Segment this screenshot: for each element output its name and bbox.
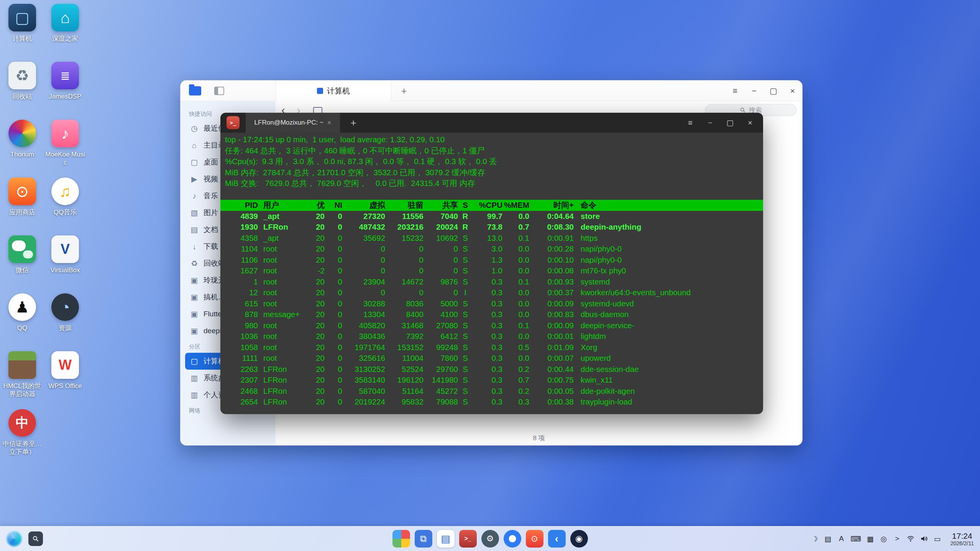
dock-item-vscode[interactable]: ‹ [548,530,566,548]
dock-item-multitask[interactable]: ⧉ [415,530,432,548]
dock-item-terminal[interactable]: >_ [459,530,477,548]
minimize-icon[interactable]: − [700,113,720,133]
tray-wifi-icon[interactable] [906,535,915,542]
desktop-icon-computer[interactable]: ▢计算机 [2,4,43,62]
top-summary: top - 17:24:15 up 0 min, 1 user, load av… [225,134,758,189]
tray-dnd-icon[interactable]: ☽ [810,535,819,543]
desktop-icon-label: 计算机 [13,35,32,43]
desktop-icon-citic[interactable]: 中中信证券至…立下单） [2,409,43,467]
system-tray: ☽▤A⌨▦◎>▭ [810,535,941,543]
deepin-home-icon: ⌂ [51,4,79,31]
moekoe-icon: ♪ [51,120,79,147]
new-tab-button[interactable]: + [397,84,410,97]
close-icon[interactable]: × [740,113,760,133]
desktop-icon-virtualbox[interactable]: VVirtualBox [44,235,86,293]
system-disk-icon: ▥ [190,373,199,383]
dock-item-file-manager[interactable]: ▤ [437,530,455,548]
desktop-icon-resources[interactable]: ◔资源 [44,293,86,351]
launcher-logo-icon[interactable] [6,531,22,547]
tray-display-icon[interactable]: ▭ [933,535,942,543]
file-manager-titlebar: 计算机 + ≡ − ▢ × [181,81,802,101]
desktop-icon-hmcl[interactable]: HMCL我的世界启动器 [2,351,43,409]
steam-icon: ◉ [575,534,583,544]
file-manager-icon: ▤ [441,533,450,545]
maximize-icon[interactable]: ▢ [764,81,783,101]
dock-item-app-store[interactable]: ⊙ [526,530,543,548]
dock-item-steam[interactable]: ◉ [570,530,588,548]
tray-volume-icon[interactable] [920,535,928,542]
tab-computer[interactable]: 计算机 [276,81,391,101]
top-process-row: 2654LFRon20020192249583279088S0.30.30:00… [225,396,758,408]
desktop-icon-trash[interactable]: ♻回收站 [2,62,43,120]
top-summary-line: top - 17:24:15 up 0 min, 1 user, load av… [225,134,758,145]
date: 2026/2/11 [950,540,974,546]
top-summary-line: 任务: 464 总共， 3 运行中，460 睡眠，0 不可中断睡眠，0 已停止，… [225,145,758,156]
citic-icon: 中 [8,409,36,437]
tray-keyboard-icon[interactable]: ⌨ [850,535,861,543]
menu-icon[interactable]: ≡ [680,113,700,133]
desktop-icon-label: MoeKoe Music [44,150,86,166]
terminal-icon: >_ [464,535,471,542]
dock-item-settings[interactable]: ⚙ [481,530,499,548]
desktop-icon-wechat[interactable]: 微信 [2,235,43,293]
pictures-icon: ▧ [190,208,199,217]
desktop-icon-label: 资源 [59,324,72,332]
trash-icon: ♻ [190,259,199,268]
terminal-tab-title: LFRon@Mozixun-PC: ~ [254,119,323,127]
terminal-new-tab-button[interactable]: + [347,117,360,129]
terminal-app-icon: >_ [227,116,240,129]
top-process-row: 1root20023904146729876S0.30.10:00.93syst… [225,276,758,288]
desktop-icon-thorium[interactable]: Thorium [2,120,43,178]
terminal-tab[interactable]: LFRon@Mozixun-PC: ~ × [246,113,340,133]
tray-privacy-icon[interactable]: ◎ [880,535,888,543]
home-icon: ⌂ [190,141,199,150]
folder-gaoji-icon: ▣ [190,293,199,302]
desktop-icon-deepin-home[interactable]: ⌂深度之家 [44,4,86,62]
tab-close-icon[interactable]: × [327,119,332,127]
desktop-icon-qq[interactable]: ♟QQ [2,293,43,351]
top-process-row: 615root2003028880365000S0.30.00:00.09sys… [225,298,758,309]
top-process-row: 12root200000I0.30.00:00.37kworker/u64:0-… [225,287,758,298]
desktop-icon-label: QQ [17,324,27,332]
tray-expand-icon[interactable]: > [893,535,901,543]
wps-icon: W [51,351,79,379]
virtualbox-icon: V [51,235,79,263]
top-process-row: 1111root200325616110047860S0.30.00:00.07… [225,353,758,364]
minimize-icon[interactable]: − [745,81,764,101]
sidebar-toggle-icon[interactable] [214,87,224,95]
close-icon[interactable]: × [783,81,802,101]
maximize-icon[interactable]: ▢ [720,113,740,133]
tray-input-method-icon[interactable]: A [837,535,845,543]
dock-item-browser[interactable] [504,530,521,548]
tray-battery-icon[interactable]: ▤ [824,535,832,543]
desktop[interactable]: ▢计算机♻回收站Thorium⊙应用商店微信♟QQHMCL我的世界启动器中中信证… [0,0,980,551]
desktop-icon-app-store[interactable]: ⊙应用商店 [2,178,43,235]
desktop-icon-label: Thorium [10,150,34,158]
recent-icon: ◷ [190,124,199,133]
top-table: PID用户优NI虚拟驻留共享S%CPU%MEM时间+命令4839_apt2002… [225,200,758,408]
top-process-row: 4839_apt20027320115567040R99.70.00:04.64… [225,211,758,222]
clock[interactable]: 17:24 2026/2/11 [950,531,974,546]
top-summary-line: %Cpu(s): 9.3 用， 3.0 系， 0.0 ni, 87.3 闲， 0… [225,156,758,167]
resources-icon: ◔ [51,293,79,321]
search-icon [740,107,746,113]
videos-icon: ▶ [190,174,199,184]
top-summary-line: MiB 交换: 7629.0 总共， 7629.0 空闲， 0.0 已用. 24… [225,178,758,189]
desktop-icon-jamesdsp[interactable]: ≣JamesDSP [44,62,86,120]
desktop-icon-label: WPS Office [48,382,82,390]
menu-icon[interactable]: ≡ [726,81,745,101]
terminal-output[interactable]: top - 17:24:15 up 0 min, 1 user, load av… [220,133,763,414]
desktop-icon-moekoe[interactable]: ♪MoeKoe Music [44,120,86,178]
dock-search-button[interactable] [28,531,43,546]
dock-item-launcher[interactable] [392,530,410,548]
tray-clipboard-icon[interactable]: ▦ [866,535,875,543]
desktop-icon-wps[interactable]: WWPS Office [44,351,86,409]
qq-music-icon: ♫ [51,178,79,205]
settings-icon: ⚙ [486,534,494,544]
top-process-row: 1104root200000S3.00.00:00.28napi/phy0-0 [225,243,758,255]
top-summary-line: MiB 内存: 27847.4 总共，21701.0 空闲， 3532.0 已用… [225,167,758,178]
desktop-icons: ▢计算机♻回收站Thorium⊙应用商店微信♟QQHMCL我的世界启动器中中信证… [1,4,87,467]
qq-icon: ♟ [8,293,36,321]
music-icon: ♪ [190,192,199,201]
desktop-icon-qq-music[interactable]: ♫QQ音乐 [44,178,86,235]
